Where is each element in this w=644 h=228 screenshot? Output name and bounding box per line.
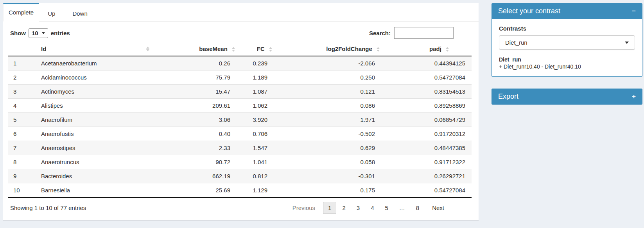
row-log2foldchange: 0.086 [274, 99, 381, 113]
column-header-id[interactable]: Id [37, 42, 152, 56]
results-table: Id baseMean FC log2FoldChange [8, 42, 472, 198]
table-row[interactable]: 10 Barnesiella 25.69 1.129 0.175 0.54727… [8, 183, 472, 198]
row-fc: 1.129 [237, 183, 274, 198]
row-fc: 3.920 [237, 113, 274, 127]
contrasts-label: Contrasts [499, 25, 635, 32]
column-header-label: FC [257, 45, 265, 52]
column-header-label: Id [41, 45, 46, 52]
column-header-log2foldchange[interactable]: log2FoldChange [274, 42, 381, 56]
sort-icon [377, 47, 380, 52]
row-log2foldchange: 1.971 [274, 113, 381, 127]
row-index: 9 [8, 169, 37, 183]
row-basemean: 0.26 [152, 56, 237, 71]
row-padj: 0.06854729 [381, 113, 472, 127]
row-padj: 0.54727084 [381, 71, 472, 85]
pagination-page-5[interactable]: 5 [380, 202, 393, 214]
table-row[interactable]: 2 Acidaminococcus 75.79 1.189 0.250 0.54… [8, 71, 472, 85]
row-id: Barnesiella [37, 183, 152, 198]
pagination-page-8[interactable]: 8 [411, 202, 424, 214]
row-log2foldchange: 0.250 [274, 71, 381, 85]
pagination-page-3[interactable]: 3 [352, 202, 365, 214]
row-id: Acetanaerobacterium [37, 56, 152, 71]
table-row[interactable]: 9 Bacteroides 662.19 0.812 -0.301 0.2629… [8, 169, 472, 183]
tab-down[interactable]: Down [64, 3, 96, 22]
row-log2foldchange: 0.629 [274, 141, 381, 155]
row-basemean: 90.72 [152, 155, 237, 169]
row-basemean: 75.79 [152, 71, 237, 85]
show-label: Show [10, 30, 26, 36]
column-header-padj[interactable]: padj [381, 42, 472, 56]
pagination-page-4[interactable]: 4 [366, 202, 379, 214]
pagination-page-2[interactable]: 2 [337, 202, 350, 214]
collapse-icon[interactable]: − [632, 8, 636, 14]
row-padj: 0.91712322 [381, 155, 472, 169]
pagination-next[interactable]: Next [425, 202, 449, 214]
row-index: 3 [8, 85, 37, 99]
row-index: 4 [8, 99, 37, 113]
row-fc: 1.062 [237, 99, 274, 113]
row-id: Actinomyces [37, 85, 152, 99]
contrast-box-title: Select your contrast [498, 7, 560, 15]
contrast-box-header[interactable]: Select your contrast − [492, 3, 642, 19]
tab-up[interactable]: Up [39, 3, 64, 22]
row-basemean: 3.06 [152, 113, 237, 127]
tab-complete[interactable]: Complete [3, 3, 39, 22]
row-fc: 0.239 [237, 56, 274, 71]
row-log2foldchange: -2.066 [274, 56, 381, 71]
export-box-title: Export [498, 92, 518, 101]
row-id: Anaerofustis [37, 127, 152, 141]
row-basemean: 0.40 [152, 127, 237, 141]
row-index: 7 [8, 141, 37, 155]
sidebar: Select your contrast − Contrasts Diet_ru… [492, 3, 642, 105]
row-index: 8 [8, 155, 37, 169]
row-index: 5 [8, 113, 37, 127]
contrast-box: Select your contrast − Contrasts Diet_ru… [492, 3, 642, 77]
export-box-header[interactable]: Export + [492, 89, 642, 105]
column-header-label: padj [429, 45, 441, 52]
row-basemean: 2.33 [152, 141, 237, 155]
row-id: Anaerotruncus [37, 155, 152, 169]
table-row[interactable]: 5 Anaerofilum 3.06 3.920 1.971 0.0685472… [8, 113, 472, 127]
column-header-basemean[interactable]: baseMean [152, 42, 237, 56]
sort-icon [446, 47, 449, 52]
chevron-down-icon [42, 32, 45, 34]
contrasts-select-value: Diet_run [505, 39, 527, 46]
table-row[interactable]: 7 Anaerostipes 2.33 1.547 0.629 0.484473… [8, 141, 472, 155]
pagination-ellipsis: … [394, 202, 410, 214]
pagination-previous[interactable]: Previous [287, 202, 322, 214]
pagination: Previous 12345…8 Next [287, 202, 450, 214]
table-row[interactable]: 6 Anaerofustis 0.40 0.706 -0.502 0.91720… [8, 127, 472, 141]
table-row[interactable]: 4 Alistipes 209.61 1.062 0.086 0.8925886… [8, 99, 472, 113]
contrast-name: Diet_run [499, 56, 635, 63]
pagination-page-1[interactable]: 1 [323, 202, 336, 214]
entries-select[interactable]: 10 [29, 28, 48, 38]
export-box: Export + [492, 89, 642, 105]
row-basemean: 209.61 [152, 99, 237, 113]
row-index: 6 [8, 127, 37, 141]
row-fc: 1.189 [237, 71, 274, 85]
row-log2foldchange: 0.121 [274, 85, 381, 99]
table-row[interactable]: 8 Anaerotruncus 90.72 1.041 0.058 0.9171… [8, 155, 472, 169]
row-id: Anaerofilum [37, 113, 152, 127]
search-label: Search: [369, 30, 391, 36]
pagination-pages: 12345…8 [323, 202, 425, 214]
contrast-formula: + Diet_runr10.40 - Diet_runr40.10 [499, 63, 635, 70]
expand-icon[interactable]: + [632, 93, 636, 100]
entries-label: entries [51, 30, 70, 36]
row-fc: 1.087 [237, 85, 274, 99]
row-id: Acidaminococcus [37, 71, 152, 85]
row-log2foldchange: -0.502 [274, 127, 381, 141]
page: CompleteUpDown Show 10 entries Search: [0, 0, 644, 228]
table-row[interactable]: 1 Acetanaerobacterium 0.26 0.239 -2.066 … [8, 56, 472, 71]
row-id: Alistipes [37, 99, 152, 113]
column-header-label: baseMean [199, 45, 228, 52]
column-header-label: log2FoldChange [326, 45, 372, 52]
column-header-fc[interactable]: FC [237, 42, 274, 56]
contrasts-select[interactable]: Diet_run [499, 35, 635, 50]
table-row[interactable]: 3 Actinomyces 15.47 1.087 0.121 0.831545… [8, 85, 472, 99]
search-control: Search: [369, 27, 454, 39]
row-padj: 0.44394125 [381, 56, 472, 71]
tab-content: Show 10 entries Search: [3, 22, 479, 220]
search-input[interactable] [394, 27, 454, 39]
row-fc: 1.041 [237, 155, 274, 169]
